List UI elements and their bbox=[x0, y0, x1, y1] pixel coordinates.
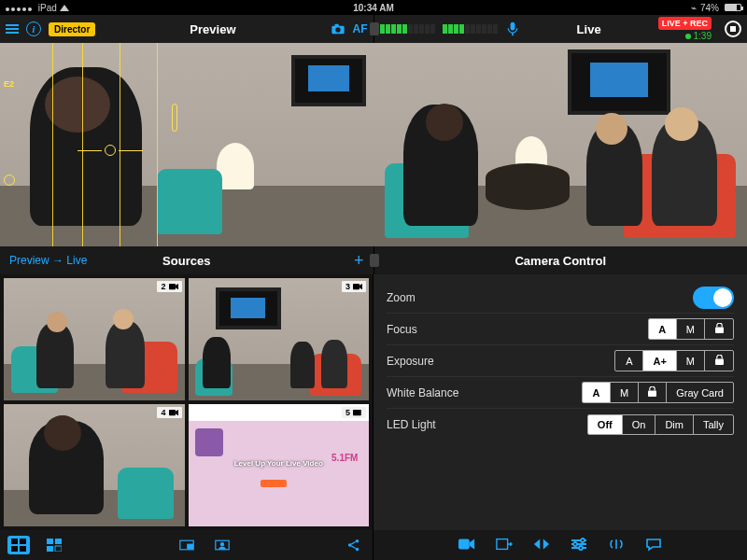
camera-bottom-bar bbox=[374, 530, 747, 560]
focus-row: Focus A M bbox=[387, 314, 734, 345]
camera-tab-sliders[interactable] bbox=[571, 537, 587, 554]
svg-rect-8 bbox=[353, 410, 361, 415]
exposure-manual[interactable]: M bbox=[677, 351, 705, 371]
exposure-auto[interactable]: A bbox=[615, 351, 643, 371]
rec-status: LIVE + REC 1:39 bbox=[658, 17, 712, 41]
svg-rect-10 bbox=[20, 539, 26, 544]
grid-view-button[interactable] bbox=[7, 536, 30, 554]
lower-panels: 2 3 4 bbox=[0, 274, 747, 560]
focus-segmented[interactable]: A M bbox=[648, 318, 734, 340]
anchor-icon[interactable] bbox=[4, 175, 15, 186]
sources-bottom-bar bbox=[0, 530, 373, 560]
audio-meter-left bbox=[380, 24, 435, 34]
camera-tab-chat[interactable] bbox=[645, 537, 662, 554]
led-on[interactable]: On bbox=[623, 415, 656, 434]
exposure-tag: E2 bbox=[4, 79, 14, 89]
add-source-button[interactable]: + bbox=[354, 251, 364, 271]
svg-rect-13 bbox=[47, 539, 53, 544]
svg-rect-15 bbox=[47, 546, 53, 552]
subheader: Preview → Live Sources + Camera Control bbox=[0, 246, 747, 274]
svg-point-29 bbox=[581, 539, 585, 542]
svg-rect-5 bbox=[169, 284, 176, 289]
battery-percent: 74% bbox=[700, 3, 719, 13]
svg-rect-24 bbox=[715, 328, 724, 333]
wb-manual[interactable]: M bbox=[611, 383, 639, 402]
exposure-lock[interactable] bbox=[705, 351, 733, 371]
source-overlay-text: Level Up Your Live Video bbox=[189, 459, 370, 468]
exposure-slider-icon[interactable] bbox=[105, 145, 116, 156]
svg-point-20 bbox=[220, 543, 223, 546]
share-button[interactable] bbox=[343, 536, 365, 554]
camera-tab-flip[interactable] bbox=[533, 537, 550, 554]
svg-rect-6 bbox=[353, 284, 359, 289]
svg-rect-16 bbox=[55, 546, 62, 552]
wb-graycard[interactable]: Gray Card bbox=[667, 383, 733, 402]
svg-rect-3 bbox=[510, 22, 514, 31]
live-rec-chip: LIVE + REC bbox=[658, 17, 712, 30]
zoom-toggle[interactable] bbox=[693, 287, 734, 309]
topbar-live-side: Live LIVE + REC 1:39 bbox=[374, 15, 748, 43]
source-thumb[interactable]: 3 bbox=[189, 278, 370, 400]
camera-control-title: Camera Control bbox=[514, 254, 606, 268]
autofocus-button[interactable]: AF bbox=[353, 22, 368, 35]
wifi-icon bbox=[60, 5, 69, 11]
status-time: 10:34 AM bbox=[353, 3, 394, 13]
director-chip[interactable]: Director bbox=[49, 22, 95, 36]
pip-button[interactable] bbox=[176, 536, 198, 554]
exposure-auto-plus[interactable]: A+ bbox=[643, 351, 676, 371]
panel-drag-handle[interactable] bbox=[370, 254, 379, 267]
source-thumb[interactable]: 5.1FM Level Up Your Live Video 5 bbox=[189, 404, 370, 526]
topbar-preview-side: i Director Preview AF bbox=[0, 15, 374, 43]
led-row: LED Light Off On Dim Tally bbox=[387, 409, 734, 441]
mic-button[interactable] bbox=[505, 21, 520, 36]
focus-lock[interactable] bbox=[705, 319, 733, 339]
svg-rect-2 bbox=[334, 24, 338, 27]
preview-monitor[interactable]: E2 bbox=[0, 43, 374, 246]
menu-button[interactable] bbox=[6, 24, 19, 34]
led-tally[interactable]: Tally bbox=[694, 415, 733, 434]
panel-drag-handle[interactable] bbox=[370, 22, 379, 35]
status-right: ⌁ 74% bbox=[691, 3, 741, 13]
zoom-label: Zoom bbox=[387, 291, 416, 304]
focus-auto[interactable]: A bbox=[649, 319, 677, 339]
svg-rect-27 bbox=[458, 539, 470, 549]
focus-label: Focus bbox=[387, 323, 417, 336]
list-view-button[interactable] bbox=[43, 536, 65, 554]
svg-rect-14 bbox=[55, 539, 62, 544]
sources-title: Sources bbox=[162, 254, 210, 268]
led-dim[interactable]: Dim bbox=[655, 415, 694, 434]
temperature-slider-icon[interactable] bbox=[172, 104, 177, 132]
camera-tab-video[interactable] bbox=[458, 537, 475, 554]
source-thumb[interactable]: 4 bbox=[4, 404, 185, 526]
battery-icon bbox=[725, 4, 741, 11]
led-off[interactable]: Off bbox=[588, 415, 623, 434]
status-left: iPad bbox=[6, 3, 73, 13]
wb-lock[interactable] bbox=[639, 383, 667, 402]
svg-rect-12 bbox=[20, 546, 26, 552]
svg-rect-4 bbox=[512, 33, 514, 35]
source-badge: 5 bbox=[342, 407, 366, 418]
camera-icon[interactable] bbox=[331, 21, 345, 36]
camera-tab-output[interactable] bbox=[496, 537, 513, 554]
sources-grid: 2 3 4 bbox=[0, 274, 373, 530]
focus-manual[interactable]: M bbox=[677, 319, 705, 339]
wb-auto[interactable]: A bbox=[583, 383, 611, 402]
exposure-label: Exposure bbox=[387, 355, 434, 368]
svg-rect-26 bbox=[648, 391, 656, 397]
camera-tab-audio[interactable] bbox=[608, 537, 625, 554]
zoom-row: Zoom bbox=[387, 282, 734, 314]
live-monitor[interactable] bbox=[374, 43, 747, 246]
wb-segmented[interactable]: A M Gray Card bbox=[582, 382, 734, 403]
source-badge: 4 bbox=[157, 407, 181, 418]
preview-title: Preview bbox=[190, 22, 235, 36]
svg-rect-25 bbox=[715, 359, 724, 365]
svg-point-1 bbox=[335, 27, 340, 32]
source-thumb[interactable]: 2 bbox=[4, 278, 185, 400]
svg-point-31 bbox=[579, 546, 583, 550]
stop-button[interactable] bbox=[725, 21, 741, 37]
preview-to-live-button[interactable]: Preview → Live bbox=[9, 254, 87, 267]
info-button[interactable]: i bbox=[26, 21, 41, 36]
led-segmented[interactable]: Off On Dim Tally bbox=[587, 414, 734, 435]
person-overlay-button[interactable] bbox=[211, 536, 233, 554]
exposure-segmented[interactable]: A A+ M bbox=[614, 350, 734, 371]
